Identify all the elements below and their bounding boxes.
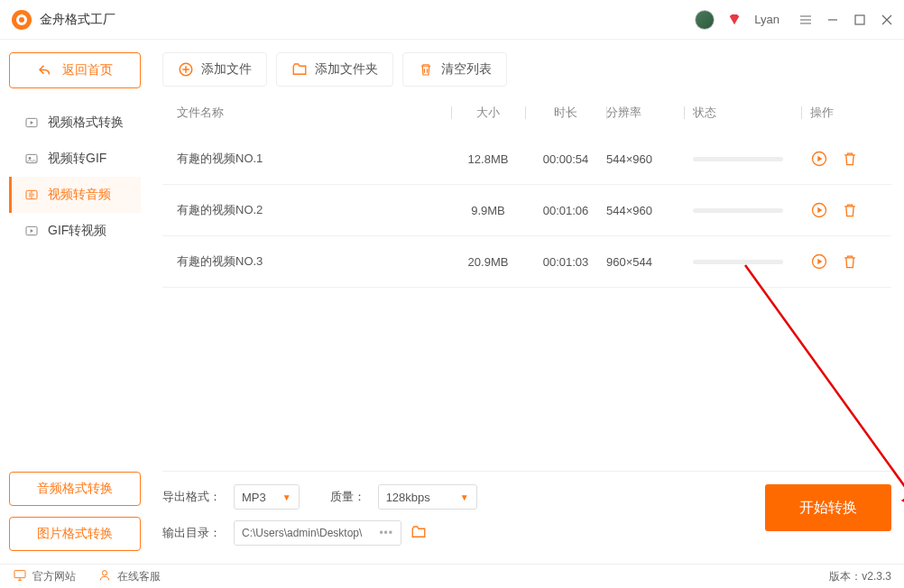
nav-label: 视频转音频 [48, 187, 111, 203]
output-label: 输出目录： [162, 525, 221, 541]
nav-label: 视频格式转换 [48, 115, 124, 131]
file-resolution: 544×960 [606, 152, 684, 166]
clear-icon [418, 61, 434, 78]
svg-point-15 [102, 570, 106, 574]
status-bar: 官方网站 在线客服 版本：v2.3.3 [0, 564, 904, 588]
monitor-icon [13, 568, 27, 585]
file-status [684, 260, 801, 264]
file-status [684, 157, 801, 161]
col-size: 大小 [451, 105, 525, 121]
file-size: 12.8MB [451, 152, 525, 166]
maximize-button[interactable] [853, 14, 866, 26]
col-resolution: 分辨率 [606, 105, 684, 121]
vip-diamond-icon[interactable] [727, 13, 742, 27]
delete-button[interactable] [841, 253, 859, 271]
file-resolution: 544×960 [606, 204, 684, 217]
table-header: 文件名称 大小 时长 分辨率 状态 操作 [162, 105, 891, 133]
file-duration: 00:01:06 [525, 204, 606, 217]
file-row[interactable]: 有趣的视频NO.2 9.9MB 00:01:06 544×960 [162, 185, 891, 236]
play-button[interactable] [810, 150, 828, 168]
path-more: ••• [379, 527, 393, 539]
file-name: 有趣的视频NO.3 [171, 253, 451, 270]
gif-icon [24, 152, 39, 166]
file-size: 20.9MB [451, 255, 525, 269]
delete-button[interactable] [841, 150, 859, 168]
progress-bar [693, 260, 783, 264]
nav-label: 视频转GIF [48, 151, 106, 167]
file-resolution: 960×544 [606, 255, 684, 269]
image-mode-button[interactable]: 图片格式转换 [9, 517, 141, 551]
progress-bar [693, 208, 783, 213]
content-area: 添加文件 添加文件夹 清空列表 文件名称 大小 时长 分辨率 状态 操作 有趣的… [150, 40, 904, 564]
col-status: 状态 [684, 105, 801, 121]
audio-mode-button[interactable]: 音频格式转换 [9, 472, 141, 506]
file-duration: 00:01:03 [525, 255, 606, 269]
delete-button[interactable] [841, 201, 859, 219]
svg-point-2 [19, 17, 24, 23]
file-list: 有趣的视频NO.1 12.8MB 00:00:54 544×960 有趣的视频N… [162, 133, 891, 288]
nav-video-to-audio[interactable]: 视频转音频 [9, 177, 141, 213]
user-avatar[interactable] [695, 10, 715, 30]
nav-gif-to-video[interactable]: GIF转视频 [9, 213, 141, 249]
add-folder-button[interactable]: 添加文件夹 [276, 52, 393, 87]
col-duration: 时长 [525, 105, 606, 121]
col-action: 操作 [801, 105, 882, 121]
play-button[interactable] [810, 201, 828, 219]
browse-folder-button[interactable] [410, 524, 427, 543]
quality-select[interactable]: 128kbps ▼ [378, 484, 477, 510]
username[interactable]: Lyan [754, 13, 779, 26]
file-row[interactable]: 有趣的视频NO.3 20.9MB 00:01:03 960×544 [162, 236, 891, 288]
file-duration: 00:00:54 [525, 152, 606, 166]
headset-icon [97, 568, 112, 585]
main-area: 返回首页 视频格式转换 视频转GIF 视频转音频 GIF转视频 音频格式转换 图… [0, 40, 904, 564]
app-logo-icon [11, 9, 32, 31]
format-label: 导出格式： [162, 489, 221, 505]
clear-list-button[interactable]: 清空列表 [402, 52, 507, 87]
nav-video-to-gif[interactable]: 视频转GIF [9, 141, 141, 177]
col-name: 文件名称 [171, 105, 451, 121]
app-title: 金舟格式工厂 [40, 12, 695, 28]
video-icon [24, 115, 39, 130]
nav-video-format[interactable]: 视频格式转换 [9, 105, 141, 141]
file-name: 有趣的视频NO.2 [171, 202, 451, 218]
folder-icon [291, 61, 308, 78]
file-row[interactable]: 有趣的视频NO.1 12.8MB 00:00:54 544×960 [162, 133, 891, 185]
close-button[interactable] [881, 14, 893, 26]
bottom-panel: 导出格式： MP3 ▼ 质量： 128kbps ▼ 输出目录： C:\Users… [162, 471, 891, 556]
quality-label: 质量： [330, 489, 365, 505]
sidebar: 返回首页 视频格式转换 视频转GIF 视频转音频 GIF转视频 音频格式转换 图… [0, 40, 150, 564]
audio-icon [24, 188, 39, 202]
gif-video-icon [24, 224, 39, 238]
play-button[interactable] [810, 253, 828, 271]
menu-button[interactable] [799, 14, 812, 26]
nav-label: GIF转视频 [48, 223, 106, 239]
plus-circle-icon [178, 61, 194, 78]
file-size: 9.9MB [451, 204, 525, 217]
add-file-button[interactable]: 添加文件 [162, 52, 267, 87]
svg-rect-14 [14, 570, 25, 577]
chevron-down-icon: ▼ [460, 492, 469, 502]
version-label: 版本：v2.3.3 [829, 569, 891, 584]
format-select[interactable]: MP3 ▼ [234, 484, 300, 510]
output-path-input[interactable]: C:\Users\admin\Desktop\ ••• [234, 520, 401, 546]
progress-bar [693, 157, 783, 161]
file-name: 有趣的视频NO.1 [171, 151, 451, 167]
toolbar: 添加文件 添加文件夹 清空列表 [162, 52, 891, 87]
svg-rect-3 [855, 15, 864, 24]
back-home-button[interactable]: 返回首页 [9, 52, 141, 88]
support-link[interactable]: 在线客服 [97, 568, 161, 585]
back-arrow-icon [37, 62, 53, 78]
minimize-button[interactable] [826, 14, 839, 26]
official-site-link[interactable]: 官方网站 [13, 568, 76, 585]
chevron-down-icon: ▼ [282, 492, 291, 502]
file-status [684, 208, 801, 213]
start-convert-button[interactable]: 开始转换 [765, 484, 891, 531]
title-bar: 金舟格式工厂 Lyan [0, 0, 904, 40]
back-label: 返回首页 [62, 62, 113, 78]
